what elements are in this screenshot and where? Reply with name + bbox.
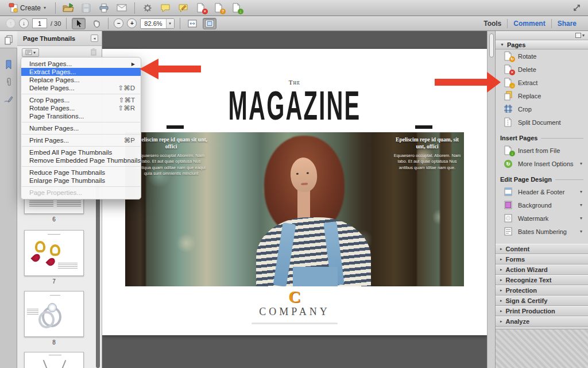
panel-options-icon[interactable]	[575, 33, 581, 38]
delete-page-button[interactable]	[90, 48, 97, 57]
menu-item-reduce-thumbnails[interactable]: Reduce Page Thumbnails	[21, 168, 141, 177]
menu-item-print-pages[interactable]: Print Pages... ⌘P	[21, 136, 141, 144]
page-thumbnails-nav-button[interactable]	[0, 31, 17, 48]
bookmarks-nav-button[interactable]	[0, 56, 17, 74]
watermark-tool[interactable]: Watermark ▾	[496, 212, 588, 225]
menu-item-remove-embedded-thumbnails[interactable]: Remove Embedded Page Thumbnails	[21, 156, 141, 164]
toolbar-divider	[66, 18, 67, 29]
insert-pages-header: Insert Pages	[496, 132, 588, 144]
toolbar-divider	[55, 2, 56, 14]
thumbnails-options-button[interactable]: ▾	[22, 48, 39, 57]
page-thumbnail-9[interactable]	[24, 352, 84, 368]
tools-tab[interactable]: Tools	[478, 20, 507, 28]
zoom-out-button[interactable]: −	[114, 18, 123, 28]
zoom-level-select[interactable]: 82.6% ▾	[140, 18, 174, 29]
menu-item-crop-pages[interactable]: Crop Pages... ⇧⌘T	[21, 96, 141, 104]
insert-pdf-button[interactable]: ↓	[230, 2, 243, 14]
content-section-header[interactable]: ▸ Content	[496, 244, 588, 254]
forms-section-header[interactable]: ▸ Forms	[496, 254, 588, 264]
crop-tool[interactable]: Crop	[496, 102, 588, 116]
bates-numbering-tool[interactable]: Bates Numbering ▾	[496, 225, 588, 238]
previous-page-button[interactable]: ↑	[6, 18, 16, 28]
magazine-page: The MAGAZINE Epelisc	[102, 49, 487, 335]
fit-width-button[interactable]	[185, 18, 199, 29]
model-neck	[297, 190, 310, 218]
menu-item-page-properties[interactable]: Page Properties...	[21, 189, 141, 197]
share-tab[interactable]: Share	[552, 20, 582, 28]
remove-pdf-button[interactable]: ✕	[194, 2, 208, 14]
pages-section-header[interactable]: ▼ Pages	[496, 40, 588, 49]
split-document-tool[interactable]: Split Document	[496, 116, 588, 129]
recognize-text-section-header[interactable]: ▸ Recognize Text	[496, 275, 588, 285]
page-count-label: / 30	[51, 20, 61, 27]
menu-item-number-pages[interactable]: Number Pages...	[21, 124, 141, 132]
thumbnails-options-menu: Insert Pages... ▶ Extract Pages... Repla…	[21, 57, 141, 200]
extract-tool[interactable]: → Extract	[496, 76, 588, 89]
menu-item-embed-thumbnails[interactable]: Embed All Page Thumbnails	[21, 148, 141, 156]
comment-tab[interactable]: Comment	[508, 20, 551, 28]
page-number-label: 7	[24, 278, 84, 285]
comment-button[interactable]	[158, 2, 172, 14]
collapse-panel-button[interactable]: ◂	[91, 34, 98, 42]
more-insert-options-tool[interactable]: ↻ More Insert Options ▾	[496, 157, 588, 170]
create-button[interactable]: Create ▾	[5, 2, 49, 14]
menu-item-enlarge-thumbnails[interactable]: Enlarge Page Thumbnails	[21, 177, 141, 185]
header-footer-tool[interactable]: Header & Footer ▾	[496, 185, 588, 198]
chevron-down-icon: ▾	[580, 161, 582, 166]
menu-item-rotate-pages[interactable]: Rotate Pages... ⇧⌘R	[21, 104, 141, 112]
thumbnails-panel-header: Page Thumbnails ◂	[17, 31, 102, 46]
fit-page-button[interactable]	[203, 18, 216, 29]
create-icon	[8, 3, 17, 13]
sign-certify-section-header[interactable]: ▸ Sign & Certify	[496, 296, 588, 306]
select-tool-button[interactable]	[72, 18, 86, 29]
triangle-right-icon: ▸	[500, 247, 502, 251]
menu-item-page-transitions[interactable]: Page Transitions...	[21, 112, 141, 120]
company-logo: C	[102, 287, 487, 306]
paperclip-icon	[5, 77, 13, 87]
document-scrollbar-thumb[interactable]	[489, 33, 494, 57]
speech-bubble-icon	[160, 3, 171, 13]
fullscreen-button[interactable]	[570, 2, 583, 14]
background-tool[interactable]: Background ▾	[496, 198, 588, 212]
chevron-down-icon[interactable]: ▾	[582, 33, 585, 38]
page-thumbnail-7[interactable]	[24, 230, 84, 276]
crop-icon	[504, 104, 513, 114]
settings-button[interactable]	[141, 2, 154, 14]
review-button[interactable]	[176, 2, 190, 14]
open-file-button[interactable]	[61, 2, 75, 14]
replace-tool[interactable]: Replace	[496, 89, 588, 102]
print-production-section-header[interactable]: ▸ Print Production	[496, 306, 588, 316]
zoom-in-button[interactable]: +	[127, 18, 137, 28]
email-button[interactable]	[115, 2, 129, 14]
rotate-tool[interactable]: ↻ Rotate	[496, 49, 588, 63]
chevron-down-icon: ▾	[580, 216, 582, 221]
page-number-input[interactable]	[32, 18, 47, 28]
pdf-options-button[interactable]: ?	[212, 2, 226, 14]
cover-column-body: Equaesero occuptat Aboreim. Nam labo. Et…	[134, 153, 208, 177]
page-thumbnail-8[interactable]	[24, 291, 84, 337]
menu-item-replace-pages[interactable]: Replace Pages...	[21, 76, 141, 84]
insert-from-file-tool[interactable]: ↓ Insert from File	[496, 144, 588, 157]
hand-tool-button[interactable]	[89, 18, 103, 29]
analyze-section-header[interactable]: ▸ Analyze	[496, 316, 588, 327]
action-wizard-section-header[interactable]: ▸ Action Wizard	[496, 264, 588, 275]
menu-item-delete-pages[interactable]: Delete Pages... ⇧⌘D	[21, 84, 141, 92]
delete-tool[interactable]: ✕ Delete	[496, 63, 588, 76]
company-name: COMPANY	[102, 306, 487, 318]
menu-item-extract-pages[interactable]: Extract Pages...	[21, 68, 141, 76]
signatures-nav-button[interactable]	[0, 91, 17, 108]
triangle-right-icon: ▸	[500, 257, 502, 262]
zoom-value: 82.6%	[141, 20, 165, 27]
menu-item-insert-pages[interactable]: Insert Pages... ▶	[21, 60, 141, 68]
thumbnails-scrollbar[interactable]	[96, 184, 100, 368]
menu-divider	[22, 146, 140, 147]
save-button[interactable]	[79, 2, 93, 14]
print-button[interactable]	[97, 2, 111, 14]
delete-icon: ✕	[504, 64, 513, 74]
next-page-button[interactable]: ↓	[19, 18, 29, 28]
toolbar-divider	[134, 2, 135, 14]
protection-section-header[interactable]: ▸ Protection	[496, 285, 588, 296]
triangle-right-icon: ▸	[500, 288, 502, 293]
attachments-nav-button[interactable]	[0, 74, 17, 91]
triangle-right-icon: ▸	[500, 267, 502, 272]
